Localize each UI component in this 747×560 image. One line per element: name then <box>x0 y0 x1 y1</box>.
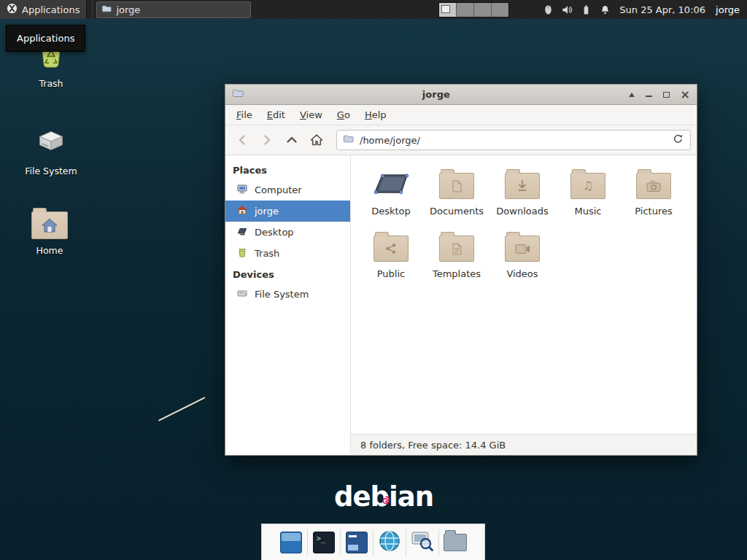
file-item-documents[interactable]: Documents <box>424 166 489 217</box>
workspace-switcher-icon <box>280 532 302 553</box>
cursor-trail-line <box>158 397 205 421</box>
sidebar-item-label: Computer <box>255 184 302 195</box>
menu-file[interactable]: File <box>230 107 259 122</box>
file-label: Downloads <box>496 206 548 217</box>
reload-icon[interactable] <box>672 133 684 147</box>
window-folder-icon <box>232 88 244 102</box>
sidebar-item-label: jorge <box>255 206 279 217</box>
panel-clock[interactable]: Sun 25 Apr, 10:06 <box>619 4 705 15</box>
drive-icon <box>34 124 68 160</box>
desktop-icon-home[interactable]: Home <box>15 211 85 256</box>
up-button[interactable] <box>281 129 303 151</box>
workspace-2[interactable] <box>457 3 474 17</box>
folder-videos-icon <box>505 228 540 262</box>
file-item-templates[interactable]: Templates <box>424 228 489 279</box>
desktop-icon-file-system[interactable]: File System <box>16 124 86 176</box>
drive-small-icon <box>236 287 248 301</box>
sidebar-item-jorge[interactable]: jorge <box>225 201 350 222</box>
folder-icon <box>101 4 112 16</box>
path-folder-icon <box>343 133 354 147</box>
window-title: jorge <box>244 89 629 100</box>
file-item-videos[interactable]: Videos <box>489 228 555 279</box>
sidebar-item-label: Trash <box>255 248 279 259</box>
volume-icon[interactable] <box>562 4 573 15</box>
taskbar-window-button[interactable]: jorge <box>96 1 251 18</box>
menu-edit[interactable]: Edit <box>260 107 292 122</box>
menu-go[interactable]: Go <box>330 107 357 122</box>
status-bar: 8 folders, Free space: 14.4 GiB <box>351 434 697 455</box>
file-manager-window: jorge × File Edit View Go Help <box>225 84 697 456</box>
toolbar: /home/jorge/ <box>225 125 697 155</box>
sidebar-item-label: Desktop <box>255 227 294 238</box>
window-controls: × <box>629 90 690 99</box>
window-titlebar[interactable]: jorge × <box>225 85 697 105</box>
magnifier-icon <box>411 529 434 556</box>
panel-handle <box>87 0 93 19</box>
battery-icon[interactable] <box>581 4 592 15</box>
dock-workspace-switcher[interactable] <box>275 527 307 558</box>
trash-small-icon <box>236 246 248 260</box>
forward-button[interactable] <box>256 129 278 151</box>
window-body: Places Computer jorge Desktop <box>225 155 697 455</box>
system-tray <box>543 4 611 15</box>
notifications-bell-icon[interactable] <box>600 4 611 15</box>
file-label: Videos <box>506 268 538 279</box>
sidebar-places-header: Places <box>225 160 350 179</box>
desktop-icon-label: Trash <box>39 78 63 89</box>
file-item-desktop[interactable]: Desktop <box>358 166 424 217</box>
dock-xterm[interactable] <box>341 527 373 558</box>
file-item-music[interactable]: ♫ Music <box>555 166 621 217</box>
file-label: Documents <box>430 206 484 217</box>
file-label: Desktop <box>371 206 411 217</box>
workspace-4[interactable] <box>492 3 508 17</box>
maximize-button[interactable] <box>663 92 670 98</box>
applications-tooltip: Applications <box>6 25 85 52</box>
sidebar-item-label: File System <box>255 289 309 300</box>
desktop-special-icon <box>371 166 411 199</box>
file-label: Public <box>377 268 405 279</box>
file-label: Music <box>575 206 602 217</box>
dock-web-browser[interactable] <box>374 527 406 558</box>
menubar: File Edit View Go Help <box>225 105 697 125</box>
minimize-button[interactable] <box>646 96 652 97</box>
bottom-dock: >_ <box>261 524 485 560</box>
files-pane: Desktop Documents <box>351 155 697 455</box>
sidebar: Places Computer jorge Desktop <box>225 155 351 455</box>
sidebar-item-desktop[interactable]: Desktop <box>225 222 350 243</box>
shade-button[interactable] <box>629 93 635 97</box>
applications-menu-button[interactable]: Applications <box>0 0 87 19</box>
menu-view[interactable]: View <box>293 107 329 122</box>
sidebar-item-trash[interactable]: Trash <box>225 243 350 264</box>
file-label: Pictures <box>635 206 672 217</box>
home-button[interactable] <box>306 129 328 151</box>
desktop-icon-label: Home <box>36 245 63 256</box>
debian-logo: debian <box>334 481 433 513</box>
file-item-public[interactable]: Public <box>358 228 424 279</box>
file-item-pictures[interactable]: Pictures <box>621 166 686 217</box>
file-manager-folder-icon <box>444 534 467 551</box>
file-item-downloads[interactable]: Downloads <box>489 166 555 217</box>
debian-swirl-icon <box>381 481 390 512</box>
close-button[interactable]: × <box>681 90 690 99</box>
panel-username[interactable]: jorge <box>716 4 740 15</box>
folder-templates-icon <box>439 228 474 262</box>
applications-menu-label: Applications <box>22 4 80 15</box>
back-button[interactable] <box>231 129 253 151</box>
top-panel: Applications jorge Sun 25 Apr, 10:06 jor… <box>0 0 747 19</box>
folder-documents-icon <box>439 166 474 199</box>
sidebar-item-file-system[interactable]: File System <box>225 284 350 305</box>
mouse-icon[interactable] <box>543 4 554 15</box>
workspace-1[interactable] <box>439 3 457 17</box>
path-bar[interactable]: /home/jorge/ <box>336 130 691 150</box>
menu-help[interactable]: Help <box>358 107 393 122</box>
dock-terminal[interactable]: >_ <box>308 527 340 558</box>
folder-pictures-icon <box>636 166 671 199</box>
file-label: Templates <box>433 268 481 279</box>
dock-file-manager[interactable] <box>439 527 471 558</box>
workspace-3[interactable] <box>474 3 492 17</box>
sidebar-devices-header: Devices <box>225 264 350 284</box>
home-icon <box>236 204 248 218</box>
applications-tooltip-text: Applications <box>17 33 74 44</box>
sidebar-item-computer[interactable]: Computer <box>225 179 350 201</box>
dock-application-finder[interactable] <box>406 527 438 558</box>
